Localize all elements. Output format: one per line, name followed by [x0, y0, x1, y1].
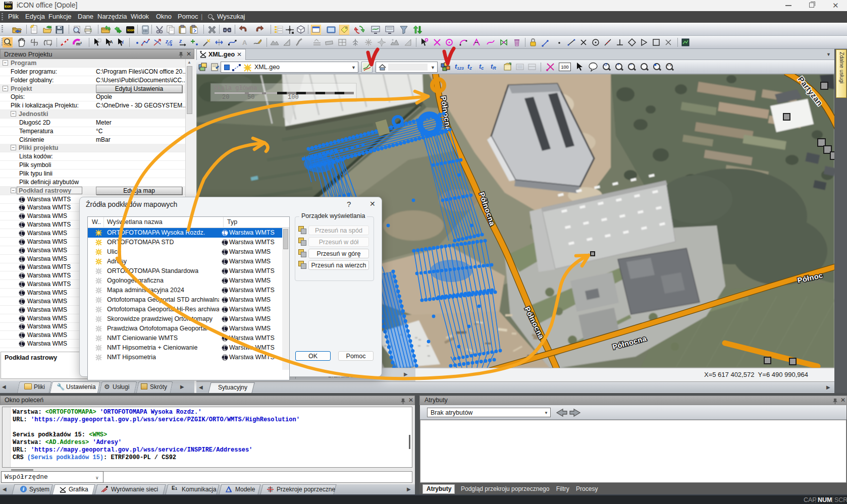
svg-text:A: A	[110, 39, 113, 44]
svg-text:20: 20	[222, 94, 229, 101]
svg-text:i: i	[122, 39, 124, 45]
svg-text:m²: m²	[76, 41, 82, 46]
svg-text:icon: icon	[127, 28, 134, 32]
svg-text:50: 50	[247, 94, 254, 101]
svg-text:Skala główna: Skala główna	[214, 85, 257, 92]
svg-text:100: 100	[288, 94, 299, 101]
svg-text:A: A	[242, 39, 247, 46]
svg-text:z: z	[179, 38, 182, 44]
svg-text:z,c: z,c	[165, 39, 173, 44]
